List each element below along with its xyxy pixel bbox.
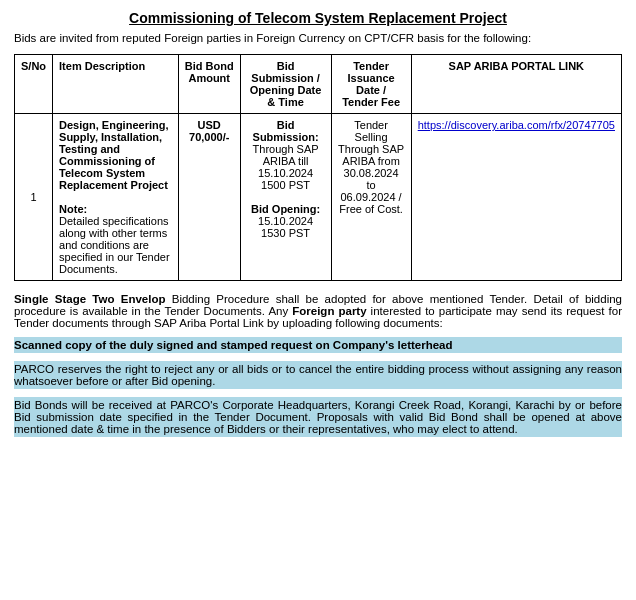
- page-title: Commissioning of Telecom System Replacem…: [14, 10, 622, 26]
- para1-bold1: Single Stage Two Envelop: [14, 293, 165, 305]
- header-item: Item Description: [53, 55, 179, 114]
- header-submission: Bid Submission / Opening Date & Time: [240, 55, 331, 114]
- tender-table: S/No Item Description Bid Bond Amount Bi…: [14, 54, 622, 281]
- row-sno: 1: [15, 114, 53, 281]
- para2-text: Scanned copy of the duly signed and stam…: [14, 339, 453, 351]
- para1-bold2: Foreign party: [292, 305, 366, 317]
- intro-text: Bids are invited from reputed Foreign pa…: [14, 32, 622, 44]
- row-item-desc: Design, Engineering, Supply, Installatio…: [53, 114, 179, 281]
- para1: Single Stage Two Envelop Bidding Procedu…: [14, 293, 622, 329]
- header-bid-bond: Bid Bond Amount: [178, 55, 240, 114]
- item-note-text: Detailed specifications along with other…: [59, 215, 169, 275]
- row-bid-bond: USD 70,000/-: [178, 114, 240, 281]
- submission-bold: Bid Submission:: [253, 119, 319, 143]
- tender-selling-text: Tender Selling Through SAP ARIBA from 30…: [338, 119, 404, 215]
- para3-text: PARCO reserves the right to reject any o…: [14, 363, 622, 387]
- para4-text: Bid Bonds will be received at PARCO's Co…: [14, 399, 622, 435]
- para3-highlighted: PARCO reserves the right to reject any o…: [14, 361, 622, 389]
- table-row: 1 Design, Engineering, Supply, Installat…: [15, 114, 622, 281]
- item-desc-bold: Design, Engineering, Supply, Installatio…: [59, 119, 168, 191]
- sap-ariba-link[interactable]: https://discovery.ariba.com/rfx/20747705: [418, 119, 615, 131]
- header-sap: SAP ARIBA PORTAL LINK: [411, 55, 621, 114]
- row-sap-link[interactable]: https://discovery.ariba.com/rfx/20747705: [411, 114, 621, 281]
- item-note-label: Note:: [59, 203, 87, 215]
- header-sno: S/No: [15, 55, 53, 114]
- header-tender: Tender Issuance Date / Tender Fee: [331, 55, 411, 114]
- submission-line2: 15.10.2024 1530 PST: [258, 215, 313, 239]
- row-tender: Tender Selling Through SAP ARIBA from 30…: [331, 114, 411, 281]
- row-submission: Bid Submission: Through SAP ARIBA till 1…: [240, 114, 331, 281]
- para4-highlighted: Bid Bonds will be received at PARCO's Co…: [14, 397, 622, 437]
- submission-bold2: Bid Opening:: [251, 203, 320, 215]
- submission-line1: Through SAP ARIBA till 15.10.2024 1500 P…: [253, 143, 319, 191]
- para2-highlighted: Scanned copy of the duly signed and stam…: [14, 337, 622, 353]
